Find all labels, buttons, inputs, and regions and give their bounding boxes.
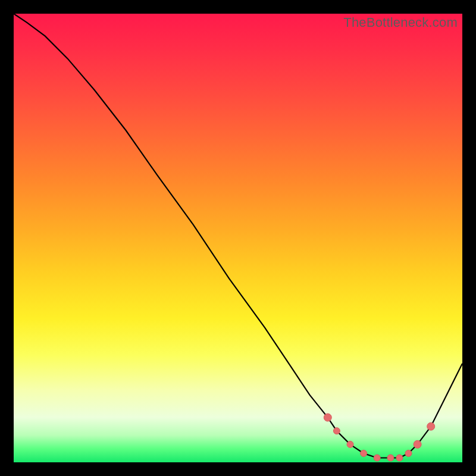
curve-marker <box>405 450 412 456</box>
chart-frame: TheBottleneck.com <box>0 0 476 476</box>
curve-marker <box>324 414 331 421</box>
curve-marker <box>427 422 435 430</box>
curve-marker <box>414 440 421 448</box>
curve-marker <box>361 450 367 456</box>
curve-marker <box>347 441 353 447</box>
curve-marker <box>387 455 394 461</box>
plot-area: TheBottleneck.com <box>14 14 462 462</box>
curve-marker <box>396 455 403 461</box>
marker-group <box>324 414 434 461</box>
bottleneck-curve <box>14 14 462 458</box>
curve-marker <box>333 428 340 434</box>
curve-marker <box>374 455 380 461</box>
curve-layer <box>14 14 462 462</box>
